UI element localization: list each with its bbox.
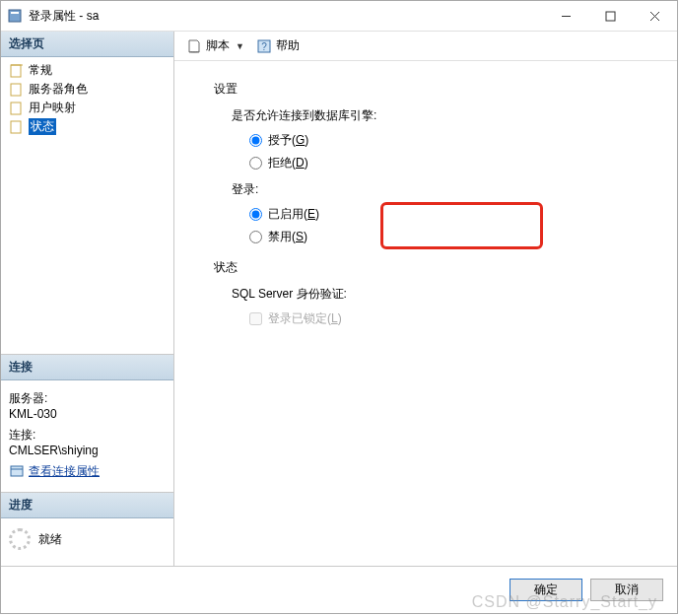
deny-radio-row[interactable]: 拒绝(D) xyxy=(249,155,665,171)
view-conn-props-label: 查看连接属性 xyxy=(29,463,100,480)
grant-radio-row[interactable]: 授予(G) xyxy=(249,132,665,149)
auth-label: SQL Server 身份验证: xyxy=(232,286,665,303)
nav-label: 用户映射 xyxy=(29,100,76,116)
server-label: 服务器: xyxy=(9,390,166,407)
disabled-radio-row[interactable]: 禁用(S) xyxy=(249,229,665,245)
ok-button[interactable]: 确定 xyxy=(510,579,582,601)
window-title: 登录属性 - sa xyxy=(29,8,544,25)
progress-text: 就绪 xyxy=(38,531,62,548)
page-icon xyxy=(9,82,25,98)
disabled-label: 禁用(S) xyxy=(268,229,307,245)
server-value: KML-030 xyxy=(9,407,166,421)
svg-rect-3 xyxy=(606,12,615,21)
conn-label: 连接: xyxy=(9,427,166,444)
help-button[interactable]: ? 帮助 xyxy=(252,35,304,56)
minimize-button[interactable] xyxy=(544,1,588,31)
connection-header: 连接 xyxy=(1,355,173,380)
toolbar: 脚本 ▼ ? 帮助 xyxy=(174,32,677,61)
page-nav: 常规 服务器角色 用户映射 状态 xyxy=(1,57,173,140)
conn-value: CMLSER\shiying xyxy=(9,444,166,457)
svg-rect-9 xyxy=(11,121,21,133)
dialog-footer: 确定 取消 CSDN @Starry_Start_y xyxy=(1,566,677,613)
help-icon: ? xyxy=(256,38,272,54)
svg-rect-10 xyxy=(11,466,23,476)
svg-text:?: ? xyxy=(261,41,267,52)
title-bar: 登录属性 - sa xyxy=(1,1,677,31)
svg-rect-8 xyxy=(11,103,21,114)
deny-label: 拒绝(D) xyxy=(268,155,308,171)
help-label: 帮助 xyxy=(276,37,300,54)
grant-label: 授予(G) xyxy=(268,132,308,149)
enabled-radio[interactable] xyxy=(249,208,262,221)
page-icon xyxy=(9,119,25,135)
nav-label: 状态 xyxy=(29,118,56,135)
view-conn-props-link[interactable]: 查看连接属性 xyxy=(9,463,100,480)
login-label: 登录: xyxy=(232,181,665,198)
close-button[interactable] xyxy=(633,1,677,31)
page-icon xyxy=(9,63,25,79)
chevron-down-icon: ▼ xyxy=(236,41,244,51)
cancel-button[interactable]: 取消 xyxy=(590,579,663,601)
locked-checkbox-row: 登录已锁定(L) xyxy=(249,310,665,327)
nav-item-general[interactable]: 常规 xyxy=(5,61,170,80)
status-title: 状态 xyxy=(214,259,665,276)
progress-panel: 进度 就绪 xyxy=(1,492,173,566)
svg-rect-0 xyxy=(9,10,21,22)
properties-icon xyxy=(9,463,25,479)
svg-rect-7 xyxy=(11,84,21,96)
dialog-window: 登录属性 - sa 选择页 常规 服务器角色 用户映射 xyxy=(0,0,678,614)
enabled-label: 已启用(E) xyxy=(268,206,319,223)
right-pane: 脚本 ▼ ? 帮助 设置 是否允许连接到数据库引擎: 授予(G) 拒绝(D) xyxy=(174,32,677,566)
nav-label: 服务器角色 xyxy=(29,81,88,98)
locked-checkbox xyxy=(249,312,262,325)
window-controls xyxy=(544,1,677,31)
disabled-radio[interactable] xyxy=(249,231,262,243)
svg-rect-6 xyxy=(11,65,21,77)
nav-label: 常规 xyxy=(29,62,52,79)
svg-rect-1 xyxy=(11,12,19,14)
nav-item-server-roles[interactable]: 服务器角色 xyxy=(5,80,170,99)
select-page-header: 选择页 xyxy=(1,32,173,57)
left-pane: 选择页 常规 服务器角色 用户映射 状态 xyxy=(1,32,174,566)
script-icon xyxy=(186,38,202,54)
progress-header: 进度 xyxy=(1,493,173,518)
deny-radio[interactable] xyxy=(249,157,262,170)
locked-label: 登录已锁定(L) xyxy=(268,310,342,327)
nav-item-status[interactable]: 状态 xyxy=(5,117,170,136)
app-icon xyxy=(7,8,23,24)
content-area: 设置 是否允许连接到数据库引擎: 授予(G) 拒绝(D) 登录: 已启用(E) xyxy=(174,61,677,566)
connection-panel: 连接 服务器: KML-030 连接: CMLSER\shiying 查看连接属… xyxy=(1,354,173,493)
grant-radio[interactable] xyxy=(249,134,262,147)
enabled-radio-row[interactable]: 已启用(E) xyxy=(249,206,665,223)
script-label: 脚本 xyxy=(206,37,230,54)
progress-spinner-icon xyxy=(9,528,31,550)
script-button[interactable]: 脚本 ▼ xyxy=(182,35,248,56)
settings-title: 设置 xyxy=(214,81,665,98)
page-icon xyxy=(9,101,25,116)
nav-item-user-mapping[interactable]: 用户映射 xyxy=(5,99,170,117)
allow-connect-label: 是否允许连接到数据库引擎: xyxy=(232,107,665,124)
maximize-button[interactable] xyxy=(588,1,633,31)
